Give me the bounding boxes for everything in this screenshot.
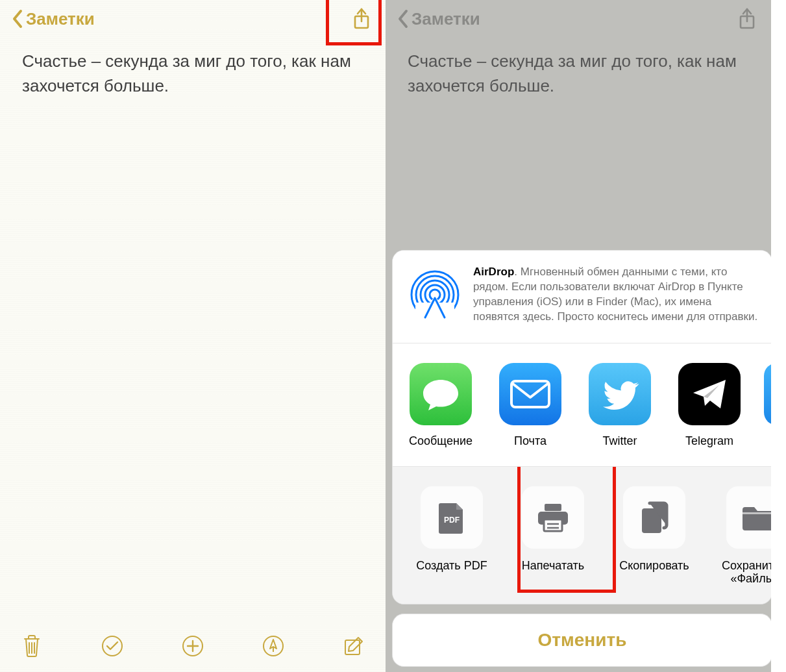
note-body-dimmed: Счастье – секунда за миг до того, как на… bbox=[386, 38, 771, 98]
share-apps-row[interactable]: Сообщение Почта Twitter bbox=[393, 343, 771, 466]
left-header: Заметки bbox=[0, 0, 386, 38]
back-label: Заметки bbox=[26, 9, 95, 29]
share-sheet: AirDrop. Мгновенный обмен данными с теми… bbox=[392, 250, 771, 667]
share-actions-row[interactable]: ииетки PDF Создать PDF Напечатать bbox=[392, 467, 771, 604]
share-action-copy[interactable]: Скопировать bbox=[612, 486, 696, 586]
pdf-icon: PDF bbox=[421, 486, 483, 549]
checklist-button[interactable] bbox=[99, 632, 126, 660]
action-label: Напечатать bbox=[511, 559, 595, 573]
back-button[interactable]: Заметки bbox=[12, 9, 95, 29]
airdrop-rest: . Мгновенный обмен данными с теми, кто р… bbox=[473, 266, 757, 323]
chevron-left-icon bbox=[12, 9, 23, 29]
compose-button[interactable] bbox=[340, 632, 367, 660]
svg-text:PDF: PDF bbox=[444, 516, 460, 525]
app-label: Telegram bbox=[674, 434, 744, 448]
share-action-save-files[interactable]: Сохранить в«Файлы» bbox=[713, 486, 771, 586]
twitter-icon bbox=[589, 363, 651, 425]
cancel-button[interactable]: Отменить bbox=[392, 614, 771, 667]
share-action-lines[interactable]: ииетки bbox=[392, 486, 393, 586]
airdrop-title: AirDrop bbox=[473, 266, 514, 278]
note-body[interactable]: Счастье – секунда за миг до того, как на… bbox=[0, 38, 386, 98]
share-app-messages[interactable]: Сообщение bbox=[406, 363, 476, 448]
phone-right-share-sheet: Заметки Счастье – секунда за миг до того… bbox=[386, 0, 771, 672]
telegram-icon bbox=[678, 363, 741, 425]
app-label: Сообщение bbox=[406, 434, 476, 448]
svg-rect-17 bbox=[511, 381, 549, 407]
note-text-dimmed: Счастье – секунда за миг до того, как на… bbox=[408, 51, 737, 95]
share-action-print[interactable]: Напечатать bbox=[511, 486, 595, 586]
share-icon bbox=[737, 7, 757, 31]
copy-icon bbox=[623, 486, 685, 549]
back-label-dimmed: Заметки bbox=[411, 9, 480, 29]
app-label: Twitter bbox=[585, 434, 655, 448]
svg-point-2 bbox=[103, 636, 122, 656]
share-app-mail[interactable]: Почта bbox=[495, 363, 565, 448]
check-circle-icon bbox=[101, 634, 124, 658]
svg-rect-26 bbox=[544, 519, 562, 531]
share-button[interactable] bbox=[349, 6, 374, 31]
note-text: Счастье – секунда за миг до того, как на… bbox=[22, 51, 351, 95]
sketch-button[interactable] bbox=[260, 632, 287, 660]
app-label: Почта bbox=[495, 434, 565, 448]
action-label: ииетки bbox=[392, 559, 393, 586]
action-label: Сохранить в«Файлы» bbox=[713, 559, 771, 586]
mail-icon bbox=[499, 363, 561, 425]
add-button[interactable] bbox=[179, 632, 206, 660]
bottom-toolbar bbox=[0, 627, 386, 672]
share-icon bbox=[352, 7, 371, 31]
plus-circle-icon bbox=[181, 634, 204, 658]
back-button-dimmed: Заметки bbox=[397, 9, 480, 29]
trash-icon bbox=[21, 634, 42, 658]
pen-circle-icon bbox=[262, 634, 285, 658]
svg-rect-8 bbox=[345, 640, 360, 654]
airdrop-icon bbox=[407, 267, 463, 323]
share-button-dimmed bbox=[735, 6, 759, 31]
svg-rect-29 bbox=[743, 512, 771, 514]
share-action-create-pdf[interactable]: PDF Создать PDF bbox=[410, 486, 494, 586]
compose-icon bbox=[343, 635, 365, 657]
share-app-twitter[interactable]: Twitter bbox=[585, 363, 655, 448]
action-label: Создать PDF bbox=[410, 559, 494, 573]
airdrop-section[interactable]: AirDrop. Мгновенный обмен данными с теми… bbox=[393, 251, 771, 343]
cancel-label: Отменить bbox=[538, 630, 627, 650]
folder-icon bbox=[726, 486, 771, 549]
print-icon bbox=[522, 486, 584, 549]
share-sheet-card: AirDrop. Мгновенный обмен данными с теми… bbox=[392, 250, 771, 604]
trash-button[interactable] bbox=[18, 632, 45, 660]
airdrop-description: AirDrop. Мгновенный обмен данными с теми… bbox=[473, 265, 759, 325]
chevron-left-icon bbox=[397, 9, 409, 29]
messages-icon bbox=[410, 363, 472, 425]
action-label: Скопировать bbox=[612, 559, 696, 573]
right-header: Заметки bbox=[386, 0, 771, 38]
svg-rect-24 bbox=[545, 504, 561, 511]
extra-app-icon bbox=[764, 363, 771, 425]
phone-left-note-view: Заметки Счастье – секунда за миг до того… bbox=[0, 0, 386, 672]
share-app-extra[interactable] bbox=[764, 363, 771, 448]
share-app-telegram[interactable]: Telegram bbox=[674, 363, 744, 448]
